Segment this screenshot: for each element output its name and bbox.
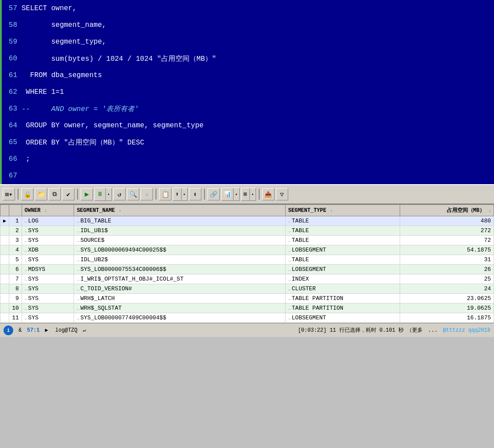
owner-cell: …XDB <box>22 245 74 255</box>
segment-type-cell: …TABLE <box>286 236 400 245</box>
row-indicator <box>0 304 9 313</box>
grid-icon: ⊞ <box>244 191 247 198</box>
space-cell: 272 <box>400 226 494 236</box>
owner-col-header[interactable]: OWNER ↕ <box>22 205 74 216</box>
row-number: 11 <box>9 313 22 323</box>
lock-btn[interactable]: 🔒 <box>21 188 33 200</box>
owner-cell: …LOG <box>22 216 74 226</box>
search-btn[interactable]: 🔍 <box>127 188 139 200</box>
segment-type-col-header[interactable]: SEGMENT_TYPE ↕ <box>286 205 400 216</box>
up-btn[interactable]: ⬆ <box>189 188 201 200</box>
sep2 <box>77 189 78 200</box>
table-row[interactable]: 8…SYS…C_TOID_VERSION#…CLUSTER24 <box>0 284 494 294</box>
code-line: 62 WHERE 1=1 <box>0 84 494 100</box>
export-btn[interactable]: ⬆ <box>173 188 181 200</box>
space-col-header[interactable]: 占用空间（MB） ↕ <box>400 205 494 216</box>
grid-toggle-btn[interactable]: ⊞▾ <box>3 188 15 200</box>
stop-btn[interactable]: ⏸ <box>95 188 105 200</box>
row-indicator <box>0 236 9 245</box>
row-indicator <box>0 284 9 294</box>
table-row[interactable]: 7…SYS…I_WRI$_OPTSTAT_H_OBJ#_ICOL#_ST…IND… <box>0 274 494 284</box>
code-line: 65 ORDER BY "占用空间（MB）" DESC <box>0 134 494 151</box>
search-icon: 🔍 <box>130 191 137 198</box>
type-ellipsis: … <box>288 219 291 224</box>
connection-label: log@TZQ <box>55 327 77 333</box>
segment-ellipsis: … <box>77 277 79 282</box>
run-btn[interactable]: ▶ <box>81 188 93 200</box>
owner-ellipsis: … <box>25 296 27 301</box>
type-ellipsis: … <box>288 229 291 233</box>
grid-view-arrow-btn[interactable]: ▾ <box>249 188 256 200</box>
space-sort-icon: ↕ <box>489 209 491 213</box>
table-body: ▶1…LOG…BIG_TABLE…TABLE4802…SYS…IDL_UB1$…… <box>0 216 494 323</box>
segment-name-cell: …WRH$_SQLSTAT <box>74 304 286 313</box>
table-row[interactable]: 3…SYS…SOURCE$…TABLE72 <box>0 236 494 245</box>
table-row[interactable]: 4…XDB…SYS_LOB0000069494C00025$$…LOBSEGME… <box>0 245 494 255</box>
table-row[interactable]: 6…MDSYS…SYS_LOB0000075534C00006$$…LOBSEG… <box>0 265 494 274</box>
owner-ellipsis: … <box>25 267 27 272</box>
code-editor[interactable]: 57SELECT owner,58 segment_name,59 segmen… <box>0 0 494 184</box>
status-bar: i & 57:1 ▶ log@TZQ ↵ [0:03:22] 11 行已选择，耗… <box>0 323 494 337</box>
stop-btn-combo[interactable]: ⏸ ▾ <box>94 188 112 201</box>
folder-btn[interactable]: 📁 <box>35 188 47 200</box>
owner-cell: …SYS <box>22 236 74 245</box>
row-number: 2 <box>9 226 22 236</box>
line-content: ; <box>22 153 30 165</box>
copy-btn[interactable]: ⧉ <box>48 188 61 200</box>
line-content: segment_type, <box>22 36 106 48</box>
refresh-btn[interactable]: ↺ <box>113 188 126 200</box>
table-row[interactable]: 2…SYS…IDL_UB1$…TABLE272 <box>0 226 494 236</box>
line-number: 57 <box>2 4 22 12</box>
row-indicator: ▶ <box>0 216 9 226</box>
chart-arrow-btn[interactable]: ▾ <box>233 188 239 200</box>
row-number: 4 <box>9 245 22 255</box>
data-grid: OWNER ↕ SEGMENT_NAME ↕ SEGMENT_TYPE ↕ 占用… <box>0 204 494 323</box>
indicator-col-header <box>0 205 9 216</box>
grid-btn-combo[interactable]: ⊞ ▾ <box>241 188 256 201</box>
segment-ellipsis: … <box>77 229 79 233</box>
segment-name-sort-icon: ↕ <box>119 209 121 213</box>
refresh-icon: ↺ <box>118 191 121 198</box>
line-number: 60 <box>2 55 22 63</box>
segment-type-cell: …LOBSEGMENT <box>286 245 400 255</box>
row-indicator <box>0 245 9 255</box>
owner-cell: …SYS <box>22 313 74 323</box>
chart-btn-combo[interactable]: 📊 ▾ <box>221 188 240 201</box>
stop-arrow-btn[interactable]: ▾ <box>105 188 111 200</box>
status-ampersand: & <box>19 327 22 333</box>
connect-btn[interactable]: 🔗 <box>208 188 220 200</box>
run-icon: ▶ <box>85 190 89 199</box>
type-ellipsis: … <box>288 296 291 301</box>
segment-ellipsis: … <box>77 306 79 311</box>
owner-cell: …SYS <box>22 304 74 313</box>
segment-name-col-header[interactable]: SEGMENT_NAME ↕ <box>74 205 286 216</box>
code-line: 64 GROUP BY owner, segment_name, segment… <box>0 117 494 134</box>
export-arrow-btn[interactable]: ▾ <box>181 188 187 200</box>
code-line: 59 segment_type, <box>0 33 494 50</box>
table-row[interactable]: 11…SYS…SYS_LOB0000077409C00004$$…LOBSEGM… <box>0 313 494 323</box>
chart-btn[interactable]: 📊 <box>222 188 233 200</box>
segment-ellipsis: … <box>77 248 79 253</box>
space-cell: 19.0625 <box>400 304 494 313</box>
clear-btn[interactable]: ⬦ <box>141 188 153 200</box>
table-row[interactable]: 10…SYS…WRH$_SQLSTAT…TABLE PARTITION19.06… <box>0 304 494 313</box>
import-btn[interactable]: 📋 <box>159 188 171 200</box>
row-number: 5 <box>9 255 22 265</box>
segment-ellipsis: … <box>77 267 79 272</box>
table-row[interactable]: 5…SYS…IDL_UB2$…TABLE31 <box>0 255 494 265</box>
owner-cell: …SYS <box>22 294 74 304</box>
export-btn-combo[interactable]: ⬆ ▾ <box>173 188 188 201</box>
owner-ellipsis: … <box>25 306 27 311</box>
line-number: 65 <box>2 138 22 146</box>
row-number: 8 <box>9 284 22 294</box>
table-row[interactable]: 9…SYS…WRH$_LATCH…TABLE PARTITION23.0625 <box>0 294 494 304</box>
table-row[interactable]: ▶1…LOG…BIG_TABLE…TABLE480 <box>0 216 494 226</box>
export3-btn[interactable]: 📤 <box>262 188 275 200</box>
segment-type-cell: …CLUSTER <box>286 284 400 294</box>
line-number: 67 <box>2 172 22 180</box>
grid-view-btn[interactable]: ⊞ <box>241 188 249 200</box>
line-content: sum(bytes) / 1024 / 1024 "占用空间（MB）" <box>22 52 216 65</box>
check-btn[interactable]: ✔ <box>62 188 74 200</box>
filter-btn[interactable]: ▽ <box>276 188 288 200</box>
line-content: FROM dba_segments <box>22 70 102 81</box>
